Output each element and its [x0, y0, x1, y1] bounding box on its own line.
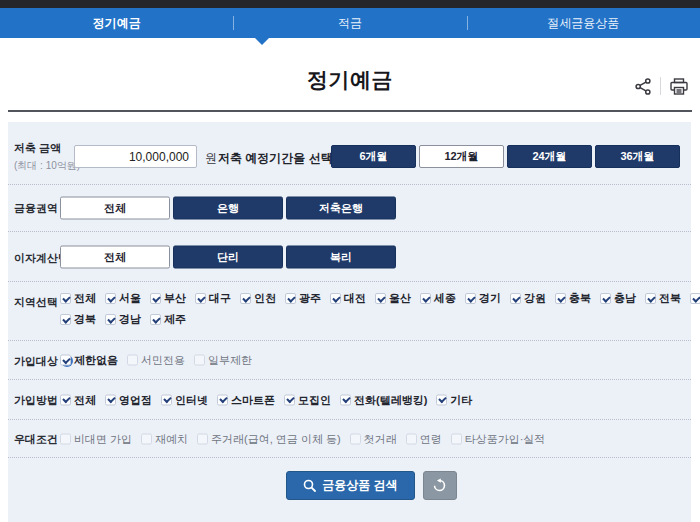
method-checkbox[interactable]: 모집인 — [284, 392, 331, 407]
method-checkbox[interactable]: 전화(텔레뱅킹) — [340, 392, 427, 407]
target-checkbox[interactable]: 서민전용 — [127, 353, 185, 368]
checkbox-icon — [161, 394, 172, 405]
region-checkbox[interactable]: 경남 — [105, 312, 141, 327]
sector-button[interactable]: 저축은행 — [286, 197, 396, 220]
checkbox-icon — [555, 293, 566, 304]
checkbox-icon — [330, 293, 341, 304]
nav-tab-label: 적금 — [338, 15, 362, 32]
region-line-1: 전체 서울 부산 — [60, 291, 700, 306]
nav-tab[interactable]: 정기예금 — [0, 8, 233, 38]
amount-unit: 원 — [205, 150, 217, 167]
region-checkbox[interactable]: 경북 — [60, 312, 96, 327]
checkbox-label: 부산 — [164, 291, 186, 306]
checkbox-icon — [284, 394, 295, 405]
checkbox-label: 세종 — [434, 291, 456, 306]
region-checkbox[interactable]: 제주 — [150, 312, 186, 327]
form-row-actions: 금융상품 검색 — [8, 458, 691, 522]
region-checkbox[interactable]: 세종 — [420, 291, 456, 306]
checkbox-icon — [340, 394, 351, 405]
checkbox-icon — [141, 433, 152, 444]
method-checkbox[interactable]: 기타 — [436, 392, 472, 407]
region-checkbox[interactable]: 부산 — [150, 291, 186, 306]
share-icon[interactable] — [635, 78, 651, 95]
benefit-checkbox[interactable]: 첫거래 — [350, 431, 397, 446]
region-checkbox[interactable]: 서울 — [105, 291, 141, 306]
search-button[interactable]: 금융상품 검색 — [286, 471, 414, 500]
region-checkbox[interactable]: 전북 — [645, 291, 681, 306]
checkbox-icon — [406, 433, 417, 444]
checkbox-label: 전북 — [659, 291, 681, 306]
checkbox-icon — [420, 293, 431, 304]
region-checkbox[interactable]: 전남 — [690, 291, 700, 306]
checkbox-label: 광주 — [299, 291, 321, 306]
amount-input[interactable] — [74, 145, 197, 168]
checkbox-icon — [645, 293, 656, 304]
product-tab-bar: 정기예금 적금 절세금융상품 — [0, 8, 700, 38]
region-checkbox[interactable]: 인천 — [240, 291, 276, 306]
method-checkbox[interactable]: 인터넷 — [161, 392, 208, 407]
sector-button[interactable]: 은행 — [173, 197, 283, 220]
checkbox-icon — [197, 433, 208, 444]
region-checkbox[interactable]: 강원 — [510, 291, 546, 306]
checkbox-icon — [150, 293, 161, 304]
benefit-checkbox[interactable]: 타상품가입·실적 — [451, 431, 546, 446]
checkbox-label: 전화(텔레뱅킹) — [354, 392, 427, 407]
nav-tab[interactable]: 절세금융상품 — [467, 8, 700, 38]
form-row-region: 지역선택 전체 서울 — [8, 282, 691, 341]
checkbox-icon — [60, 293, 71, 304]
benefit-checkbox[interactable]: 비대면 가입 — [60, 431, 132, 446]
region-checkbox[interactable]: 울산 — [375, 291, 411, 306]
period-button[interactable]: 12개월 — [419, 145, 504, 168]
amount-label: 저축 금액 — [14, 142, 61, 154]
checkbox-label: 연령 — [420, 431, 442, 446]
checkbox-icon — [240, 293, 251, 304]
checkbox-label: 경북 — [74, 312, 96, 327]
interest-button[interactable]: 단리 — [173, 245, 283, 268]
sector-button[interactable]: 전체 — [60, 197, 170, 220]
form-row-target: 가입대상 제한없음 서민전용 일부제한 — [8, 341, 691, 380]
reset-icon — [432, 478, 447, 493]
period-button[interactable]: 24개월 — [507, 145, 592, 168]
checkbox-icon — [60, 433, 71, 444]
screen: 정기예금 적금 절세금융상품 정기예금 — [0, 0, 700, 522]
checkbox-label: 타상품가입·실적 — [465, 431, 546, 446]
checkbox-label: 경남 — [119, 312, 141, 327]
page-title: 정기예금 — [0, 66, 700, 94]
checkbox-label: 기타 — [450, 392, 472, 407]
region-checkbox[interactable]: 대전 — [330, 291, 366, 306]
method-checkbox[interactable]: 전체 — [60, 392, 96, 407]
region-checkbox[interactable]: 충북 — [555, 291, 591, 306]
print-icon[interactable] — [670, 78, 688, 95]
checkbox-icon — [350, 433, 361, 444]
form-row-amount: 저축 금액 (최대 : 10억원) 원 저축 예정기간을 선택하세요 6개월 1… — [8, 122, 691, 185]
region-checkbox[interactable]: 경기 — [465, 291, 501, 306]
method-checkbox[interactable]: 스마트폰 — [217, 392, 275, 407]
region-checkbox[interactable]: 전체 — [60, 291, 96, 306]
interest-button[interactable]: 복리 — [286, 245, 396, 268]
reset-button[interactable] — [423, 471, 457, 500]
checkbox-icon — [105, 394, 116, 405]
search-form-panel: 저축 금액 (최대 : 10억원) 원 저축 예정기간을 선택하세요 6개월 1… — [8, 122, 691, 522]
nav-tab[interactable]: 적금 — [233, 8, 466, 38]
benefit-checkbox[interactable]: 재예치 — [141, 431, 188, 446]
method-checkbox[interactable]: 영업점 — [105, 392, 152, 407]
benefit-checkbox[interactable]: 주거래(급여, 연금 이체 등) — [197, 431, 341, 446]
benefit-checkbox[interactable]: 연령 — [406, 431, 442, 446]
checkbox-label: 경기 — [479, 291, 501, 306]
checkbox-icon — [194, 355, 205, 366]
interest-button[interactable]: 전체 — [60, 245, 170, 268]
region-checkbox[interactable]: 대구 — [195, 291, 231, 306]
checkbox-icon — [195, 293, 206, 304]
period-button[interactable]: 6개월 — [331, 145, 416, 168]
checkbox-icon — [451, 433, 462, 444]
target-checkbox[interactable]: 제한없음 — [60, 353, 118, 368]
region-checkbox[interactable]: 충남 — [600, 291, 636, 306]
region-checkbox[interactable]: 광주 — [285, 291, 321, 306]
checkbox-icon — [600, 293, 611, 304]
period-button[interactable]: 36개월 — [595, 145, 680, 168]
target-checkbox[interactable]: 일부제한 — [194, 353, 252, 368]
region-options: 전체 서울 부산 — [60, 291, 700, 327]
sector-label: 금융권역 — [14, 201, 58, 216]
checkbox-icon — [510, 293, 521, 304]
action-buttons: 금융상품 검색 — [286, 471, 456, 500]
